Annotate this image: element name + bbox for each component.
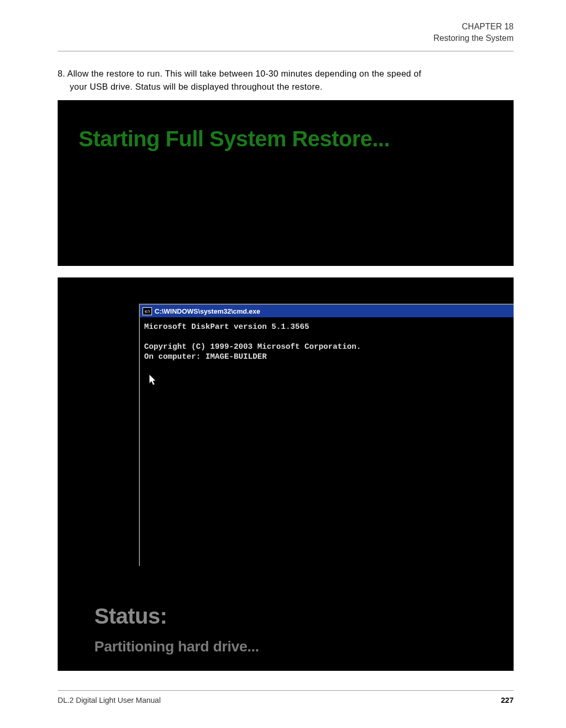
section-label: Restoring the System xyxy=(58,33,514,44)
footer-manual-name: DL.2 Digital Light User Manual xyxy=(58,696,161,704)
page-container: CHAPTER 18 Restoring the System 8. Allow… xyxy=(0,0,566,728)
step-instruction: 8. Allow the restore to run. This will t… xyxy=(58,67,514,93)
page-footer: DL.2 Digital Light User Manual 227 xyxy=(58,690,514,704)
cmd-titlebar: c:\ C:\WINDOWS\system32\cmd.exe xyxy=(140,305,514,317)
step-text-line1: Allow the restore to run. This will take… xyxy=(67,69,421,78)
cmd-title-text: C:\WINDOWS\system32\cmd.exe xyxy=(155,307,260,315)
page-header: CHAPTER 18 Restoring the System xyxy=(58,21,514,51)
screenshot-cmd-status: c:\ C:\WINDOWS\system32\cmd.exe Microsof… xyxy=(58,277,514,671)
cmd-blank xyxy=(144,333,509,342)
cmd-line-2: Copyright (C) 1999-2003 Microsoft Corpor… xyxy=(144,342,509,352)
status-text: Partitioning hard drive... xyxy=(94,638,259,655)
step-text-line2: your USB drive. Status will be displayed… xyxy=(58,80,514,93)
screenshot-restore-start: Starting Full System Restore... xyxy=(58,100,514,266)
status-label: Status: xyxy=(94,604,259,629)
status-section: Status: Partitioning hard drive... xyxy=(94,604,259,655)
restore-title: Starting Full System Restore... xyxy=(79,126,493,152)
cmd-window: c:\ C:\WINDOWS\system32\cmd.exe Microsof… xyxy=(139,304,514,566)
footer-page-number: 227 xyxy=(501,696,514,704)
cmd-line-1: Microsoft DiskPart version 5.1.3565 xyxy=(144,323,509,333)
cmd-icon: c:\ xyxy=(143,307,152,315)
cmd-line-3: On computer: IMAGE-BUILDER xyxy=(144,352,509,362)
cmd-body: Microsoft DiskPart version 5.1.3565 Copy… xyxy=(140,317,514,367)
cursor-icon xyxy=(149,374,158,389)
step-number: 8. xyxy=(58,69,67,78)
chapter-label: CHAPTER 18 xyxy=(58,21,514,33)
